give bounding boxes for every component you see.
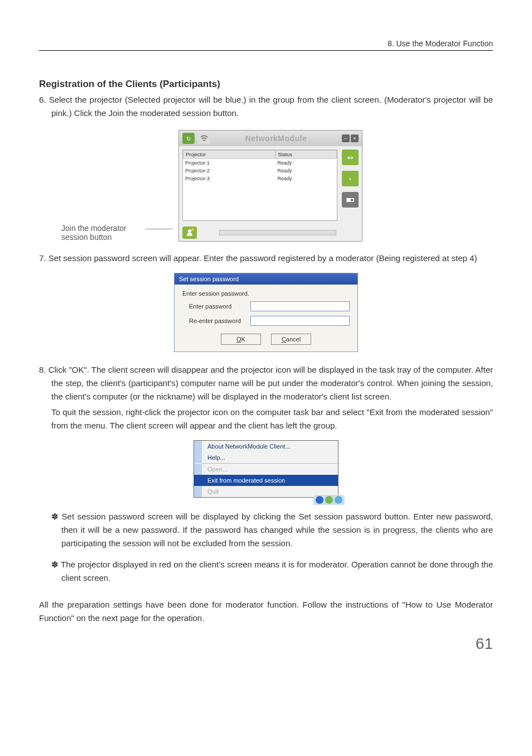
col-status[interactable]: Status (275, 150, 337, 159)
context-menu: About NetworkModule Client... Help... Op… (194, 440, 338, 498)
join-moderator-session-button[interactable] (182, 227, 197, 239)
reenter-password-input[interactable] (250, 316, 350, 326)
table-row[interactable]: Projector-2 Ready (183, 167, 337, 175)
menu-help[interactable]: Help... (194, 452, 338, 463)
projector-control-button[interactable] (342, 192, 359, 208)
set-session-password-dialog: Set session password Enter session passw… (174, 273, 358, 352)
tray-icon[interactable] (335, 496, 342, 504)
projector-table: Projector Status Projector-1 Ready Proje… (182, 150, 337, 221)
window-title: NetworkModule (214, 134, 338, 143)
footer-text: All the preparation settings have been d… (39, 598, 493, 625)
ok-button[interactable]: OK (221, 334, 261, 345)
menu-about[interactable]: About NetworkModule Client... (194, 441, 338, 452)
wifi-icon[interactable] (198, 133, 210, 144)
table-row[interactable]: Projector-1 Ready (183, 159, 337, 167)
reenter-password-label: Re-enter password (182, 317, 244, 324)
enter-password-label: Enter password (182, 303, 244, 310)
minimize-icon[interactable]: – (342, 134, 350, 142)
close-icon[interactable]: × (351, 134, 359, 142)
menu-open: Open... (194, 464, 338, 475)
menu-exit-moderated-session[interactable]: Exit from moderated session (194, 475, 338, 486)
dialog-prompt: Enter session password. (182, 290, 350, 297)
callout-line (145, 229, 173, 229)
cancel-button[interactable]: Cancel (271, 334, 311, 345)
dialog-title: Set session password (175, 273, 357, 285)
capture-all-button[interactable]: »» (342, 150, 359, 165)
step-7-text: 7. Set session password screen will appe… (39, 252, 493, 265)
system-tray (313, 495, 345, 505)
note-1: ✽ Set session password screen will be di… (39, 510, 493, 550)
enter-password-input[interactable] (250, 301, 350, 311)
refresh-icon[interactable]: ↻ (182, 133, 195, 144)
figure-networkmodule: Join the moderator session button ↻ Netw… (39, 130, 493, 242)
capture-one-button[interactable]: › (342, 171, 359, 186)
networkmodule-window: ↻ NetworkModule – × Projector Status Pro… (178, 130, 362, 242)
tray-icon[interactable] (325, 496, 333, 504)
callout-join-moderator: Join the moderator session button (61, 224, 139, 242)
chapter-header: 8. Use the Moderator Function (39, 39, 493, 51)
table-row[interactable]: Projector-3 Ready (183, 175, 337, 182)
col-projector[interactable]: Projector (183, 150, 275, 159)
page-number: 61 (39, 635, 493, 653)
section-title: Registration of the Clients (Participant… (39, 79, 493, 90)
step-8-text: 8. Click "OK". The client screen will di… (39, 363, 493, 432)
note-2: ✽ The projector displayed in red on the … (39, 558, 493, 585)
step-6-text: 6. Select the projector (Selected projec… (39, 93, 493, 120)
tray-projector-icon[interactable] (316, 496, 323, 504)
svg-point-1 (351, 199, 354, 201)
footer-scrollbar[interactable] (219, 230, 336, 235)
